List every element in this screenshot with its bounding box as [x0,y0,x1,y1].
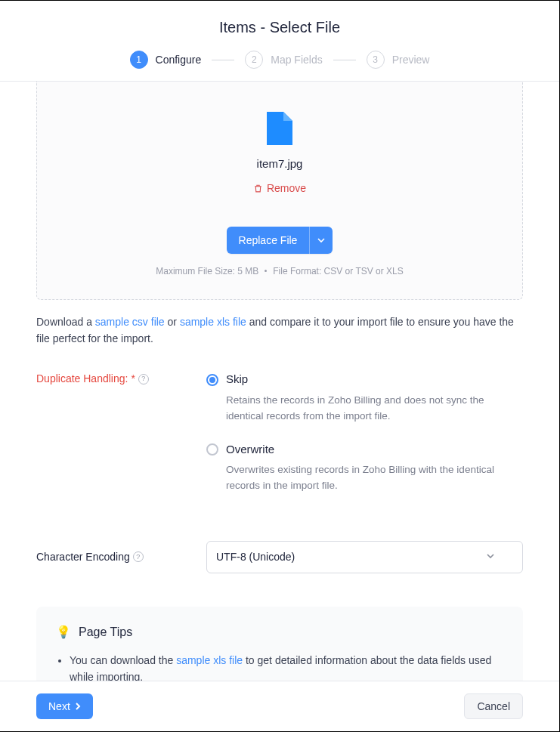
character-encoding-select[interactable]: UTF-8 (Unicode) [206,541,523,573]
upload-area: item7.jpg Remove Replace File Maximum Fi… [36,82,523,300]
uploaded-file-name: item7.jpg [52,156,507,173]
separator-dot [265,270,267,272]
radio-overwrite[interactable] [206,443,218,456]
option-label: Skip [226,371,248,388]
wizard-steps: 1 Configure 2 Map Fields 3 Preview [0,51,559,69]
file-icon [52,112,507,145]
step-separator [333,60,356,60]
caret-down-icon [317,236,325,244]
option-label: Overwrite [226,441,274,459]
next-label: Next [48,700,70,712]
hint-text: or [165,316,180,328]
step-map-fields: 2 Map Fields [245,51,322,69]
step-label: Configure [156,52,202,68]
chevron-down-icon [486,549,495,565]
step-label: Preview [392,52,430,68]
max-size-hint: Maximum File Size: 5 MB [156,264,258,278]
replace-file-dropdown[interactable] [309,227,333,254]
step-label: Map Fields [271,52,322,68]
sample-xls-link[interactable]: sample xls file [180,316,246,328]
trash-icon [253,184,263,193]
bulb-icon: 💡 [56,623,71,641]
radio-skip[interactable] [206,374,218,386]
step-number: 2 [245,51,263,69]
next-button[interactable]: Next [36,693,93,719]
duplicate-handling-label: Duplicate Handling:* ? [36,371,206,387]
duplicate-option-skip[interactable]: Skip Retains the records in Zoho Billing… [206,371,523,424]
step-number: 3 [367,51,385,69]
duplicate-option-overwrite[interactable]: Overwrite Overwrites existing records in… [206,441,523,494]
tip-sample-xls-link[interactable]: sample xls file [176,654,243,666]
remove-file-link[interactable]: Remove [253,181,306,196]
page-title: Items - Select File [0,16,559,39]
remove-label: Remove [267,181,306,196]
required-asterisk: * [131,371,135,387]
step-number: 1 [130,51,148,69]
footer-bar: Next Cancel [0,681,559,731]
sample-csv-link[interactable]: sample csv file [95,316,165,328]
upload-hints: Maximum File Size: 5 MB File Format: CSV… [52,264,507,278]
help-icon[interactable]: ? [138,374,149,385]
replace-file-split-button: Replace File [227,227,333,254]
select-value: UTF-8 (Unicode) [216,549,295,565]
hint-text: Download a [36,316,95,328]
step-separator [212,60,234,60]
cancel-button[interactable]: Cancel [464,693,523,719]
tip-text: You can download the [70,654,176,666]
step-configure[interactable]: 1 Configure [130,51,202,69]
step-preview: 3 Preview [367,51,430,69]
label-text: Character Encoding [36,549,130,565]
tips-heading: 💡 Page Tips [56,623,503,641]
duplicate-options: Skip Retains the records in Zoho Billing… [206,371,523,511]
option-description: Retains the records in Zoho Billing and … [226,393,523,425]
format-hint: File Format: CSV or TSV or XLS [273,264,404,278]
option-description: Overwrites existing records in Zoho Bill… [226,462,523,494]
help-icon[interactable]: ? [133,551,144,562]
chevron-right-icon [75,703,81,710]
label-text: Duplicate Handling: [36,371,128,387]
character-encoding-label: Character Encoding ? [36,549,206,565]
tips-heading-text: Page Tips [79,623,132,641]
replace-file-button[interactable]: Replace File [227,227,310,254]
download-sample-hint: Download a sample csv file or sample xls… [36,313,523,347]
